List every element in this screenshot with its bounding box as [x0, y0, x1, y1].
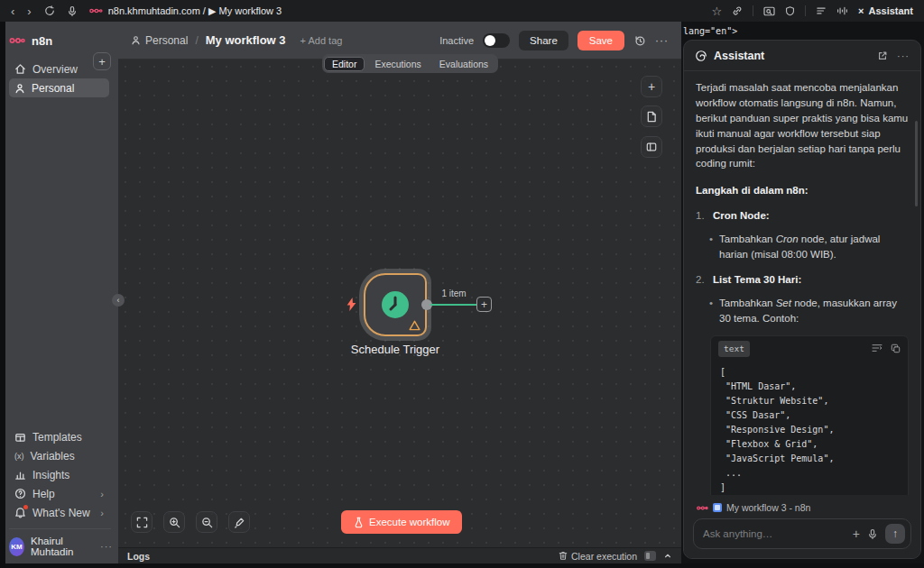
window-bottom-edge: [0, 563, 924, 568]
assistant-scrollbar[interactable]: [915, 121, 918, 206]
user-more-icon[interactable]: ···: [100, 541, 113, 552]
back-icon[interactable]: ‹: [11, 5, 14, 17]
assistant-column: lang="en"> Assistant ··· Terjadi masalah…: [681, 22, 924, 568]
assistant-input-box[interactable]: + ↑: [693, 518, 911, 549]
shield-icon[interactable]: [785, 5, 795, 16]
assistant-toggle[interactable]: × Assistant: [858, 5, 913, 16]
save-button[interactable]: Save: [578, 31, 624, 50]
screenshot-capture-icon[interactable]: [763, 6, 775, 16]
url-text: n8n.khmuhtadin.com / ▶ My workflow 3: [108, 5, 282, 17]
zoom-in-button[interactable]: [163, 511, 185, 533]
fit-view-button[interactable]: [131, 511, 152, 533]
screen: ‹ › n8n.khmuhtadin.com / ▶ My workflow 3…: [0, 0, 924, 568]
tab-editor[interactable]: Editor: [324, 57, 365, 71]
page-source-fragment: lang="en">: [683, 26, 737, 36]
tab-evaluations[interactable]: Evaluations: [431, 57, 496, 71]
n8n-favicon-icon: [89, 6, 103, 15]
tab-favicon: [713, 503, 722, 512]
chevron-up-icon[interactable]: [663, 552, 672, 560]
open-logs-panel-icon[interactable]: [644, 551, 656, 561]
add-workflow-button[interactable]: +: [93, 52, 111, 70]
copy-link-icon[interactable]: [732, 5, 743, 16]
user-name: Khairul Muhtadin: [31, 536, 94, 557]
share-button[interactable]: Share: [519, 31, 568, 50]
step-1: 1. Cron Node:: [696, 208, 909, 224]
assistant-body[interactable]: Terjadi masalah saat mencoba menjalankan…: [684, 71, 920, 495]
assistant-spiral-icon: [695, 50, 707, 62]
reading-list-icon[interactable]: [816, 6, 827, 15]
n8n-logo[interactable]: n8n: [9, 29, 113, 52]
forward-icon[interactable]: ›: [27, 5, 31, 17]
logs-bar[interactable]: Logs Clear execution: [118, 547, 681, 563]
reload-icon[interactable]: [44, 5, 55, 16]
code-content[interactable]: [ "HTML Dasar", "Struktur Website", "CSS…: [711, 362, 908, 495]
close-icon[interactable]: ×: [858, 5, 864, 16]
clock-icon: [381, 290, 410, 319]
workflow-canvas[interactable]: 1 item + Schedule Trigger + Execute wor: [118, 60, 681, 547]
voice-waveform-icon[interactable]: [836, 5, 848, 16]
help-icon: [14, 488, 26, 499]
assistant-more-icon[interactable]: ···: [897, 50, 910, 61]
toggle-panel-button[interactable]: [641, 136, 662, 158]
sidebar-collapse-handle[interactable]: ‹: [112, 294, 125, 307]
chevron-right-icon: ›: [100, 489, 104, 499]
step-1-bullet: • Tambahkan Cron node, atur jadwal haria…: [709, 232, 909, 262]
sidebar-item-help[interactable]: Help ›: [9, 484, 109, 503]
status-label: Inactive: [439, 35, 474, 46]
sidebar-item-variables[interactable]: (x) Variables: [9, 446, 109, 465]
add-sticky-note-button[interactable]: [641, 105, 662, 127]
add-node-button[interactable]: +: [641, 76, 662, 97]
address-bar[interactable]: n8n.khmuhtadin.com / ▶ My workflow 3: [89, 5, 282, 17]
tidy-up-button[interactable]: [228, 511, 250, 533]
sidebar-item-insights[interactable]: Insights: [9, 465, 109, 484]
editor-tabs: Editor Executions Evaluations: [322, 54, 498, 73]
assistant-input[interactable]: [703, 528, 845, 539]
context-chip[interactable]: My workflow 3 - n8n: [693, 500, 911, 518]
assistant-title: Assistant: [714, 50, 764, 62]
send-button[interactable]: ↑: [885, 524, 905, 544]
user-icon: [14, 83, 25, 94]
history-icon[interactable]: [633, 34, 646, 47]
execute-workflow-button[interactable]: Execute workflow: [341, 510, 462, 534]
code-language-badge: text: [718, 341, 750, 357]
breadcrumb-project[interactable]: Personal: [131, 34, 188, 47]
clear-execution-button[interactable]: Clear execution: [559, 551, 637, 562]
user-icon: [131, 35, 141, 45]
sidebar-item-templates[interactable]: Templates: [9, 427, 109, 446]
variables-icon: (x): [14, 452, 24, 461]
browser-bar: ‹ › n8n.khmuhtadin.com / ▶ My workflow 3…: [0, 0, 924, 22]
assistant-footer: My workflow 3 - n8n + ↑: [684, 495, 920, 558]
active-toggle[interactable]: [483, 33, 510, 48]
step-2: 2. List Tema 30 Hari:: [696, 272, 909, 288]
logs-title: Logs: [127, 551, 150, 562]
pop-out-icon[interactable]: [877, 50, 888, 61]
mic-icon[interactable]: [868, 528, 877, 540]
step-2-bullet: • Tambahkan Set node, masukkan array 30 …: [709, 296, 909, 326]
node-label: Schedule Trigger: [332, 343, 458, 356]
workflow-title[interactable]: My workflow 3: [206, 33, 286, 47]
code-block-text: text [ "HTML Dasar", "Struktur Website",…: [710, 335, 909, 495]
copy-icon[interactable]: [891, 344, 901, 353]
workflow-more-icon[interactable]: ···: [655, 34, 669, 47]
sidebar-item-whats-new[interactable]: What's New ›: [9, 503, 109, 522]
logo-text: n8n: [32, 34, 52, 48]
trash-icon: [559, 551, 568, 561]
n8n-logo-icon: [9, 35, 26, 46]
assistant-intro: Terjadi masalah saat mencoba menjalankan…: [696, 80, 909, 171]
add-connected-node-button[interactable]: +: [476, 297, 492, 312]
bookmark-star-icon[interactable]: ☆: [711, 5, 722, 17]
trigger-bolt-icon: [346, 298, 357, 311]
node-schedule-trigger[interactable]: [364, 273, 427, 336]
attach-plus-icon[interactable]: +: [853, 527, 860, 541]
user-menu[interactable]: KM Khairul Muhtadin ···: [9, 535, 113, 558]
zoom-out-button[interactable]: [196, 511, 217, 533]
tab-executions[interactable]: Executions: [366, 57, 429, 71]
n8n-logo-icon: [697, 504, 708, 512]
wrap-text-icon[interactable]: [872, 344, 882, 353]
mic-icon[interactable]: [68, 5, 77, 17]
window-edge: [0, 22, 5, 568]
assistant-panel: Assistant ··· Terjadi masalah saat menco…: [683, 40, 921, 559]
sidebar-item-personal[interactable]: Personal: [9, 78, 109, 97]
sidebar: n8n + Overview Personal Templates (x) Va…: [0, 22, 118, 563]
add-tag-button[interactable]: + Add tag: [300, 35, 343, 46]
